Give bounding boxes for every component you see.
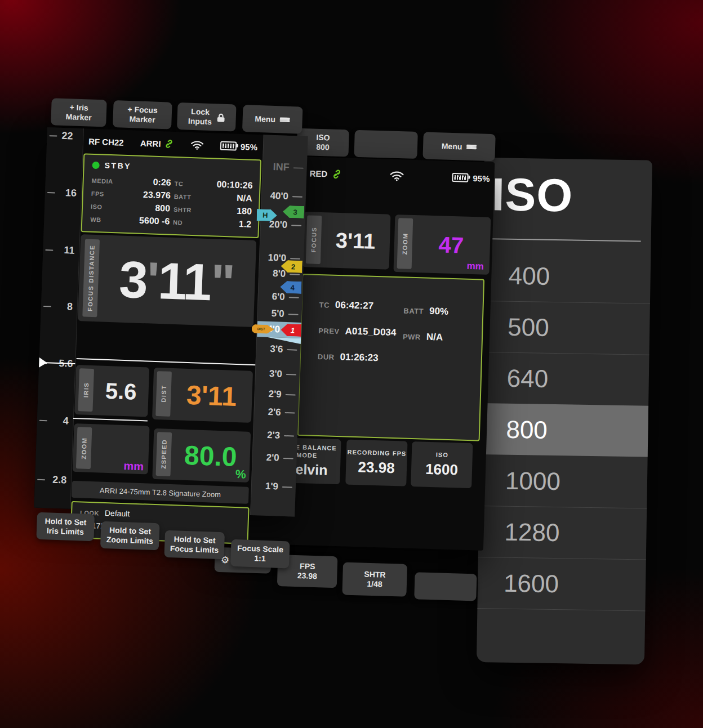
dist-readout: DIST 3'11 (152, 368, 253, 423)
batt-label: BATT (403, 306, 424, 315)
camera-name: RED (309, 168, 327, 178)
link-icon (164, 139, 174, 149)
blank-bottom-button[interactable] (414, 572, 477, 601)
clip-info-box: TC 06:42:27 BATT 90% PREV A015_D034 PWR … (297, 274, 484, 441)
zoom-readout: ZOOM mm (73, 423, 150, 475)
menu-button-camera-label: Menu (442, 141, 462, 151)
iso-option-640[interactable]: 640 (480, 352, 649, 406)
status-label: ND (173, 219, 198, 227)
recording-fps-tile[interactable]: RECORDING FPS 23.98 (345, 440, 407, 486)
iso-title-divider (491, 238, 641, 242)
hold-set-focus-limits-button[interactable]: Hold to Set Focus Limits (164, 530, 225, 560)
iris-stop: 22 (61, 130, 73, 142)
focus-stop: 8'0 (273, 268, 286, 280)
focus-iris-screen: 22 16 11 8 5.6 4 2.8 RF CH22 ARRI (34, 127, 307, 517)
status-value: 23.976 (121, 189, 171, 201)
battery-icon (220, 141, 237, 151)
iso-tile[interactable]: ISO 1600 (411, 441, 473, 488)
focus-readout-value: 3'11 (321, 212, 391, 270)
focus-stop: 2'3 (267, 430, 281, 441)
status-label: FPS (91, 190, 117, 198)
dist-marker-label: DIST (257, 327, 265, 330)
add-focus-marker-label1: + Focus (127, 105, 158, 115)
menu-button-focus-label: Menu (255, 114, 275, 124)
status-label: BATT (174, 193, 199, 201)
hold-set-iris-limits-button[interactable]: Hold to Set Iris Limits (36, 512, 95, 542)
add-focus-marker-button[interactable]: + Focus Marker (113, 100, 172, 129)
iso-button-label1: ISO (316, 133, 330, 143)
focus-stop: 6'0 (272, 291, 285, 303)
add-iris-marker-label2: Marker (65, 112, 91, 122)
zspeed-readout-strip: ZSPEED (155, 432, 172, 476)
distance-indicator-line (77, 358, 257, 365)
record-state: STBY (104, 161, 131, 171)
battery-icon (452, 173, 468, 182)
zoom-readout-strip: ZOOM (76, 427, 92, 469)
iso-option-1280[interactable]: 1280 (478, 506, 647, 560)
zspeed-readout-unit: % (235, 467, 247, 481)
iso-picker-title: ISO (491, 168, 573, 222)
tc-value: 06:42:27 (335, 300, 374, 312)
hamburger-icon (280, 118, 290, 122)
status-label: MEDIA (92, 177, 118, 185)
focus-scale-button[interactable]: Focus Scale 1:1 (230, 539, 290, 569)
focus-marker-4-label: 4 (290, 283, 295, 292)
status-value: 0:26 (121, 176, 171, 188)
status-label: TC (174, 180, 199, 188)
hyperfocal-marker-label: H (262, 211, 268, 219)
focus-stop: 40'0 (270, 190, 288, 202)
focus-iris-panel: + Iris Marker + Focus Marker Lock Inputs… (32, 95, 309, 572)
battery-percent: 95% (241, 141, 258, 151)
hold-set-zoom-limits-button[interactable]: Hold to Set Zoom Limits (100, 521, 160, 551)
focus-highlight-wedge (267, 337, 301, 344)
iso-tile-value: 1600 (425, 461, 459, 479)
iso-option-400[interactable]: 400 (482, 249, 651, 303)
focus-marker-2-label: 2 (291, 262, 296, 271)
iso-picker-panel: ISO 400 500 640 800 1000 1280 1600 (477, 158, 652, 665)
lens-name-bar: ARRI 24-75mm T2.8 Signature Zoom (72, 481, 249, 504)
status-value: 5600 -6 (119, 215, 170, 227)
iso-option-800-selected[interactable]: 800 (480, 403, 648, 457)
hold-zoom-label2: Zoom Limits (106, 535, 154, 546)
add-iris-marker-label1: + Iris (69, 103, 88, 113)
status-value: 00:10:26 (202, 179, 253, 191)
dur-value: 01:26:23 (340, 351, 379, 364)
iris-stop: 8 (66, 301, 73, 312)
focus-marker-3-label: 3 (293, 208, 297, 216)
zoom-readout-unit: mm (123, 459, 144, 473)
status-value: N/A (202, 192, 253, 204)
menu-button-focus[interactable]: Menu (242, 105, 303, 134)
hold-focus-label2: Focus Limits (170, 544, 219, 555)
dist-readout-value: 3'11 (170, 368, 253, 423)
tc-label: TC (319, 301, 330, 310)
menu-button-camera[interactable]: Menu (422, 132, 495, 161)
focus-stop: 20'0 (269, 219, 287, 231)
dist-readout-label: DIST (160, 385, 167, 403)
pwr-label: PWR (403, 332, 421, 341)
lock-icon (216, 113, 225, 123)
iso-option-1000[interactable]: 1000 (479, 454, 647, 508)
focus-readout-strip: FOCUS (306, 215, 322, 264)
blank-top-button[interactable] (354, 130, 417, 159)
camera-status-box: STBY MEDIA0:26 TC00:10:26 FPS23.976 BATT… (81, 153, 262, 238)
focus-feet: 3 (118, 249, 148, 310)
focus-stop: 2'6 (268, 407, 281, 418)
zoom-readout-label: ZOOM (80, 437, 87, 459)
focus-readout-label: FOCUS (310, 227, 317, 253)
focus-inches: 11 (157, 251, 212, 312)
iris-stop: 16 (65, 187, 77, 199)
inch-tick: " (210, 253, 235, 312)
focus-stop: 1'9 (265, 481, 279, 493)
iso-option-1600[interactable]: 1600 (477, 557, 646, 611)
zoom-readout-label: ZOOM (401, 233, 408, 254)
wifi-icon (190, 140, 204, 150)
shutter-button[interactable]: SHTR 1/48 (342, 562, 407, 596)
lock-inputs-button[interactable]: Lock Inputs (177, 102, 237, 132)
lens-name: ARRI 24-75mm T2.8 Signature Zoom (100, 486, 221, 498)
iso-tile-label: ISO (436, 451, 448, 458)
link-icon (332, 169, 341, 178)
shutter-button-label1: SHTR (364, 570, 386, 580)
focus-marker-3-icon[interactable]: 3 (283, 206, 305, 218)
iso-option-500[interactable]: 500 (482, 301, 650, 355)
add-iris-marker-button[interactable]: + Iris Marker (51, 98, 107, 127)
